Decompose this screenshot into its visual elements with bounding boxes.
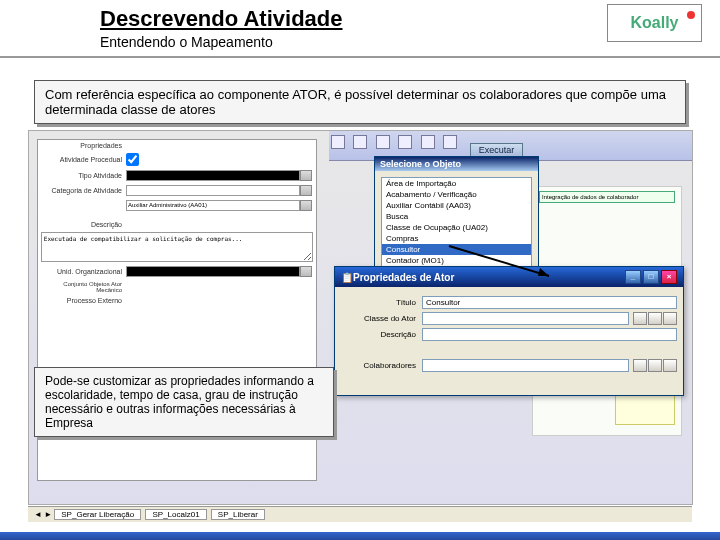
footer-bar: [0, 532, 720, 540]
callout-top: Com referência específica ao componente …: [34, 80, 686, 124]
status-tab[interactable]: SP_Localz01: [145, 509, 206, 520]
title-field[interactable]: Consultor: [422, 296, 677, 309]
list-item[interactable]: Classe de Ocupação (UA02): [382, 222, 531, 233]
chevron-down-icon[interactable]: [300, 266, 312, 277]
chevron-down-icon[interactable]: [300, 185, 312, 196]
categoria-field[interactable]: [126, 185, 300, 196]
clear-icon[interactable]: [663, 359, 677, 372]
chevron-down-icon[interactable]: [300, 170, 312, 181]
activity-form: Propriedades Atividade Procedual Tipo At…: [37, 139, 317, 369]
list-item[interactable]: Auxiliar Contábil (AA03): [382, 200, 531, 211]
svg-line-0: [449, 246, 549, 276]
clear-icon[interactable]: [663, 312, 677, 325]
svg-marker-1: [538, 268, 549, 276]
tipo-field[interactable]: [126, 170, 300, 181]
list-item[interactable]: Busca: [382, 211, 531, 222]
tool-icon[interactable]: [376, 135, 390, 149]
edit-icon[interactable]: [648, 359, 662, 372]
collaborators-field[interactable]: [422, 359, 629, 372]
categoria-value[interactable]: Auxiliar Administrativo (AA01): [126, 200, 300, 211]
chevron-down-icon[interactable]: [300, 200, 312, 211]
browse-icon[interactable]: [633, 312, 647, 325]
execute-button[interactable]: Executar: [470, 143, 524, 157]
dialog-title: Selecione o Objeto: [375, 157, 538, 171]
edit-icon[interactable]: [648, 312, 662, 325]
actor-properties-dialog: 📋 Propriedades de Ator _ □ × Título Cons…: [334, 266, 684, 396]
tool-icon[interactable]: [443, 135, 457, 149]
tool-icon[interactable]: [331, 135, 345, 149]
brand-logo: Koally: [607, 4, 702, 42]
actor-class-field[interactable]: [422, 312, 629, 325]
tool-icon[interactable]: [353, 135, 367, 149]
list-item[interactable]: Acabamento / Verificação: [382, 189, 531, 200]
browse-icon[interactable]: [633, 359, 647, 372]
tool-icon[interactable]: [398, 135, 412, 149]
description-field[interactable]: Executada de compatibilizar a solicitaçã…: [41, 232, 313, 262]
app-screenshot: Executar Integração de dados de colabora…: [28, 130, 693, 505]
status-tab[interactable]: SP_Liberar: [211, 509, 265, 520]
close-icon[interactable]: ×: [661, 270, 677, 284]
list-item[interactable]: Área de Importação: [382, 178, 531, 189]
description-field[interactable]: [422, 328, 677, 341]
arrow-annotation: [444, 241, 564, 281]
unidade-field[interactable]: [126, 266, 300, 277]
window-icon: 📋: [341, 272, 353, 283]
diagram-node: [615, 395, 675, 425]
maximize-icon[interactable]: □: [643, 270, 659, 284]
minimize-icon[interactable]: _: [625, 270, 641, 284]
callout-bottom: Pode-se customizar as propriedades infor…: [34, 367, 334, 437]
procedural-checkbox[interactable]: [126, 153, 139, 166]
tool-icon[interactable]: [421, 135, 435, 149]
status-bar-tabs: ◄ ► SP_Gerar Liberação SP_Localz01 SP_Li…: [28, 506, 692, 522]
status-tab[interactable]: SP_Gerar Liberação: [54, 509, 141, 520]
